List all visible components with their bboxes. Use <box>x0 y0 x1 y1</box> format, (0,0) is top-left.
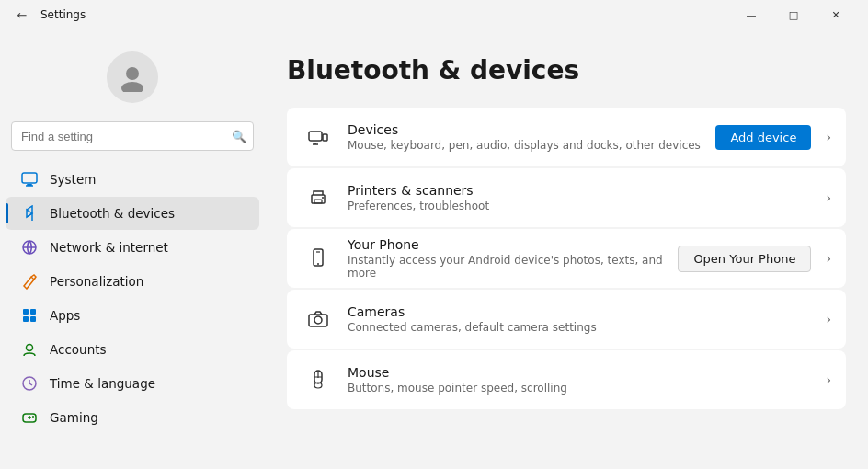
cameras-subtitle: Connected cameras, default camera settin… <box>348 321 818 334</box>
svg-rect-7 <box>23 309 29 315</box>
devices-icon <box>302 120 335 154</box>
sidebar-item-label-personalization: Personalization <box>50 274 143 289</box>
accounts-icon <box>20 340 39 359</box>
svg-rect-2 <box>22 173 37 183</box>
devices-chevron-icon: › <box>826 130 831 144</box>
mouse-subtitle: Buttons, mouse pointer speed, scrolling <box>348 382 818 395</box>
sidebar-item-label-gaming: Gaming <box>50 410 98 425</box>
svg-rect-9 <box>23 316 29 322</box>
sidebar-item-label-network: Network & internet <box>50 240 168 255</box>
sidebar-item-time[interactable]: Time & language <box>6 367 259 400</box>
maximize-button[interactable]: □ <box>772 0 815 29</box>
svg-line-14 <box>29 383 32 385</box>
settings-card-your-phone[interactable]: Your PhoneInstantly access your Android … <box>287 229 846 288</box>
open-phone-button[interactable]: Open Your Phone <box>678 246 811 272</box>
sidebar-item-personalization[interactable]: Personalization <box>6 265 259 298</box>
svg-point-25 <box>322 197 324 199</box>
cameras-icon <box>302 303 335 336</box>
minimize-button[interactable]: — <box>730 0 772 29</box>
cameras-text: CamerasConnected cameras, default camera… <box>348 304 818 334</box>
sidebar-item-network[interactable]: Network & internet <box>6 231 259 264</box>
sidebar-item-label-accounts: Accounts <box>50 342 107 357</box>
printers-subtitle: Preferences, troubleshoot <box>348 200 818 212</box>
system-icon <box>20 170 39 189</box>
app-title: Settings <box>40 8 86 21</box>
title-bar-left: ← Settings <box>11 4 730 26</box>
cameras-chevron-icon: › <box>826 312 831 326</box>
settings-list: DevicesMouse, keyboard, pen, audio, disp… <box>287 108 846 409</box>
svg-rect-20 <box>323 134 327 141</box>
mouse-icon <box>302 363 335 396</box>
settings-card-printers[interactable]: Printers & scannersPreferences, troubles… <box>287 168 846 227</box>
svg-point-11 <box>27 345 33 351</box>
title-bar: ← Settings — □ ✕ <box>0 0 868 29</box>
cameras-title: Cameras <box>348 304 818 319</box>
printers-text: Printers & scannersPreferences, troubles… <box>348 183 818 212</box>
add-device-button[interactable]: Add device <box>715 125 811 150</box>
cameras-action: › <box>818 312 831 326</box>
sidebar-search-area: 🔍 <box>11 121 254 151</box>
svg-rect-10 <box>30 316 36 322</box>
sidebar: 🔍 SystemBluetooth & devicesNetwork & int… <box>0 29 265 469</box>
search-wrap: 🔍 <box>11 121 254 151</box>
printers-chevron-icon: › <box>826 190 831 205</box>
bluetooth-icon <box>20 204 39 223</box>
main-content: Bluetooth & devices DevicesMouse, keyboa… <box>265 29 868 469</box>
mouse-action: › <box>818 372 831 387</box>
svg-point-30 <box>314 316 322 324</box>
page-title: Bluetooth & devices <box>287 55 846 86</box>
sidebar-item-label-bluetooth: Bluetooth & devices <box>50 206 175 221</box>
back-button[interactable]: ← <box>11 4 33 26</box>
settings-card-mouse[interactable]: MouseButtons, mouse pointer speed, scrol… <box>287 350 846 409</box>
your-phone-chevron-icon: › <box>826 251 831 266</box>
gaming-icon <box>20 408 39 427</box>
your-phone-title: Your Phone <box>348 237 678 252</box>
settings-card-devices[interactable]: DevicesMouse, keyboard, pen, audio, disp… <box>287 108 846 166</box>
your-phone-subtitle: Instantly access your Android device's p… <box>348 254 678 280</box>
personalization-icon <box>20 272 39 291</box>
sidebar-item-system[interactable]: System <box>6 163 259 196</box>
close-button[interactable]: ✕ <box>815 0 857 29</box>
your-phone-icon <box>302 242 335 275</box>
devices-action: Add device› <box>715 125 831 150</box>
avatar-icon <box>118 63 147 92</box>
sidebar-item-bluetooth[interactable]: Bluetooth & devices <box>6 197 259 230</box>
printers-action: › <box>818 190 831 205</box>
mouse-text: MouseButtons, mouse pointer speed, scrol… <box>348 365 818 395</box>
svg-point-1 <box>121 82 143 92</box>
settings-card-cameras[interactable]: CamerasConnected cameras, default camera… <box>287 290 846 349</box>
sidebar-nav: SystemBluetooth & devicesNetwork & inter… <box>0 162 265 435</box>
back-icon: ← <box>17 8 28 22</box>
network-icon <box>20 238 39 257</box>
svg-point-0 <box>126 67 139 80</box>
svg-point-27 <box>317 263 319 265</box>
svg-rect-19 <box>309 132 322 141</box>
app-body: 🔍 SystemBluetooth & devicesNetwork & int… <box>0 29 868 469</box>
mouse-chevron-icon: › <box>826 372 831 387</box>
sidebar-item-label-system: System <box>50 172 96 187</box>
sidebar-item-gaming[interactable]: Gaming <box>6 401 259 434</box>
devices-title: Devices <box>348 122 715 137</box>
svg-rect-8 <box>30 309 36 315</box>
sidebar-item-accounts[interactable]: Accounts <box>6 333 259 366</box>
mouse-title: Mouse <box>348 365 818 380</box>
devices-subtitle: Mouse, keyboard, pen, audio, displays an… <box>348 139 715 152</box>
avatar[interactable] <box>107 51 158 103</box>
printers-icon <box>302 181 335 214</box>
sidebar-avatar-section <box>0 37 265 121</box>
your-phone-text: Your PhoneInstantly access your Android … <box>348 237 678 280</box>
apps-icon <box>20 306 39 325</box>
sidebar-item-apps[interactable]: Apps <box>6 299 259 332</box>
search-input[interactable] <box>11 121 254 151</box>
time-icon <box>20 374 39 393</box>
sidebar-item-label-apps: Apps <box>50 308 80 323</box>
printers-title: Printers & scanners <box>348 183 818 198</box>
sidebar-item-label-time: Time & language <box>50 376 155 391</box>
devices-text: DevicesMouse, keyboard, pen, audio, disp… <box>348 122 715 152</box>
svg-point-18 <box>32 416 34 418</box>
window-controls: — □ ✕ <box>730 0 857 29</box>
your-phone-action: Open Your Phone› <box>678 246 831 272</box>
